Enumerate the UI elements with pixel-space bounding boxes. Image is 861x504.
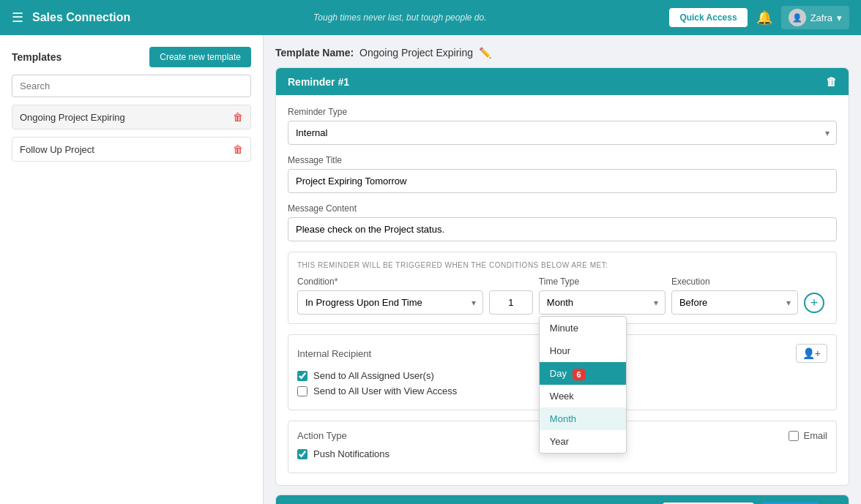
condition-group: Condition* In Progress Upon End Time	[297, 277, 483, 315]
time-type-select[interactable]: Month	[539, 290, 666, 315]
user-name: Zafra	[810, 12, 832, 23]
avatar: 👤	[789, 9, 806, 26]
message-title-group: Message Title	[288, 155, 837, 193]
checkbox-assigned-label: Send to All Assigned User(s)	[313, 370, 434, 381]
dropdown-item-week[interactable]: Week	[540, 385, 626, 407]
user-menu[interactable]: 👤 Zafra ▾	[781, 6, 849, 29]
time-number-label	[489, 277, 533, 287]
template-name: Ongoing Project Expiring	[20, 112, 125, 123]
add-condition-button[interactable]: +	[804, 293, 824, 313]
add-user-button[interactable]: 👤+	[796, 344, 827, 363]
message-content-group: Message Content	[288, 203, 837, 241]
delete-template-icon[interactable]: 🗑	[233, 143, 243, 155]
app-tagline: Tough times never last, but tough people…	[130, 12, 669, 23]
nav-right: Quick Access 🔔 👤 Zafra ▾	[669, 6, 849, 29]
app-brand: Sales Connection	[32, 11, 130, 24]
reminder-card-2: Reminder #2 Add Reminder Save 🗑	[275, 494, 849, 504]
dropdown-item-minute[interactable]: Minute	[540, 317, 626, 339]
menu-icon[interactable]: ☰	[12, 10, 23, 26]
message-content-input[interactable]	[288, 217, 837, 241]
recipients-title: Internal Recipient	[297, 348, 371, 359]
time-type-group: Time Type Month Minute Hour	[539, 277, 666, 315]
template-name-row: Template Name: Ongoing Project Expiring …	[275, 47, 849, 59]
time-number-group	[489, 277, 533, 315]
condition-select-wrapper: In Progress Upon End Time	[297, 290, 483, 315]
dropdown-item-month[interactable]: Month	[540, 407, 626, 430]
edit-icon[interactable]: ✏️	[479, 47, 491, 59]
checkbox-assigned-input[interactable]	[297, 371, 308, 381]
time-type-label: Time Type	[539, 277, 666, 287]
template-name: Follow Up Project	[20, 144, 94, 155]
execution-group: Execution Before	[671, 277, 798, 315]
trigger-conditions-label: THIS REMINDER WILL BE TRIGGERED WHEN THE…	[297, 261, 827, 269]
sidebar-title: Templates	[12, 51, 61, 63]
main-layout: Templates Create new template Ongoing Pr…	[0, 35, 861, 504]
push-notifications-label: Push Notifications	[313, 448, 390, 459]
sidebar: Templates Create new template Ongoing Pr…	[0, 35, 264, 504]
time-type-dropdown: Minute Hour Day 6 Week Month Year	[539, 316, 627, 454]
dropdown-item-year[interactable]: Year	[540, 430, 626, 453]
delete-template-icon[interactable]: 🗑	[233, 111, 243, 123]
message-title-input[interactable]	[288, 169, 837, 193]
top-navigation: ☰ Sales Connection Tough times never las…	[0, 0, 861, 35]
time-type-select-wrapper: Month	[539, 290, 666, 315]
reminder-header-1: Reminder #1 🗑	[276, 68, 849, 95]
reminder-type-group: Reminder Type Internal	[288, 107, 837, 145]
email-label: Email	[803, 430, 827, 441]
action-type-title: Action Type	[297, 430, 347, 441]
template-name-label: Template Name:	[275, 47, 354, 59]
chevron-down-icon: ▾	[837, 12, 842, 23]
condition-select[interactable]: In Progress Upon End Time	[297, 290, 483, 315]
template-item[interactable]: Ongoing Project Expiring 🗑	[12, 105, 251, 129]
execution-label: Execution	[671, 277, 798, 287]
template-name-value: Ongoing Project Expiring	[359, 47, 473, 59]
notifications-icon[interactable]: 🔔	[756, 10, 772, 26]
reminder-body-1: Reminder Type Internal Message Title Mes…	[276, 95, 849, 485]
trigger-row: Condition* In Progress Upon End Time	[297, 277, 827, 315]
trigger-conditions-section: THIS REMINDER WILL BE TRIGGERED WHEN THE…	[288, 252, 837, 324]
execution-select[interactable]: Before	[671, 290, 798, 315]
day-badge: 6	[573, 369, 586, 380]
push-notifications-checkbox[interactable]	[297, 449, 308, 459]
reminder-title-1: Reminder #1	[288, 76, 349, 88]
execution-select-wrapper: Before	[671, 290, 798, 315]
quick-access-button[interactable]: Quick Access	[669, 8, 747, 27]
main-content: Template Name: Ongoing Project Expiring …	[264, 35, 861, 504]
reminder-card-1: Reminder #1 🗑 Reminder Type Internal Mes…	[275, 67, 849, 486]
reminder-type-select-wrapper: Internal	[288, 121, 837, 145]
delete-reminder-icon[interactable]: 🗑	[826, 75, 837, 88]
checkbox-view-access-input[interactable]	[297, 386, 308, 396]
condition-label: Condition*	[297, 277, 483, 287]
message-content-label: Message Content	[288, 203, 837, 214]
reminder-type-label: Reminder Type	[288, 107, 837, 117]
dropdown-item-day[interactable]: Day 6	[540, 362, 626, 385]
reminder-header-2: Reminder #2 Add Reminder Save 🗑	[276, 495, 849, 504]
create-template-button[interactable]: Create new template	[149, 47, 251, 67]
email-checkbox[interactable]	[789, 431, 799, 441]
template-item[interactable]: Follow Up Project 🗑	[12, 137, 251, 162]
checkbox-view-access-label: Send to All User with View Access	[313, 385, 457, 396]
add-condition-col: +	[804, 293, 827, 315]
search-input[interactable]	[12, 75, 251, 97]
message-title-label: Message Title	[288, 155, 837, 165]
sidebar-header: Templates Create new template	[12, 47, 251, 67]
time-number-input[interactable]	[489, 290, 533, 315]
reminder-type-select[interactable]: Internal	[288, 121, 837, 145]
dropdown-item-hour[interactable]: Hour	[540, 339, 626, 362]
